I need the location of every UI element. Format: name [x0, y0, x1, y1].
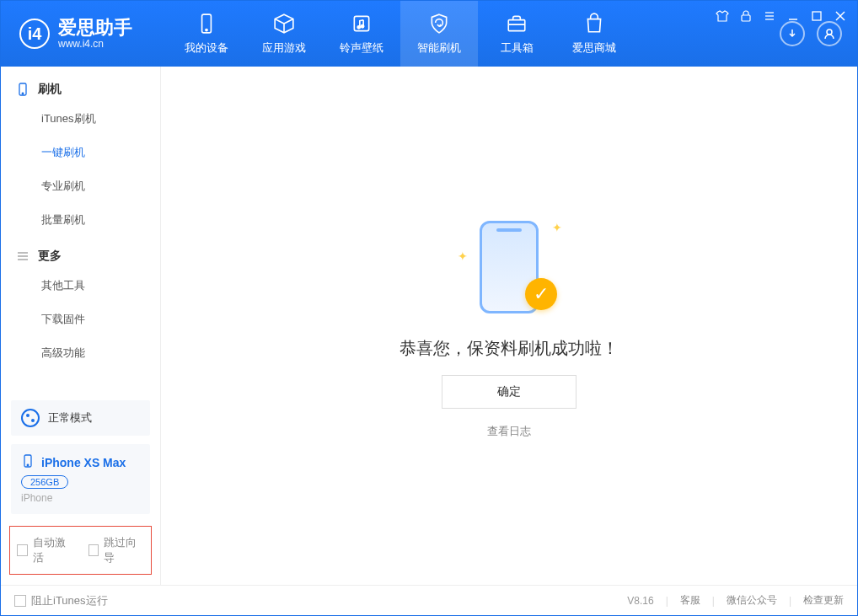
- svg-point-16: [22, 93, 24, 94]
- tshirt-icon[interactable]: [716, 9, 729, 23]
- sidebar-group-flash: 刷机: [16, 82, 145, 97]
- checkbox-label: 阻止iTunes运行: [31, 593, 108, 608]
- sidebar-item-download-firmware[interactable]: 下载固件: [16, 303, 145, 336]
- tab-label: 工具箱: [501, 40, 534, 56]
- tab-store[interactable]: 爱思商城: [555, 1, 633, 67]
- app-name: 爱思助手: [58, 18, 132, 38]
- minimize-icon[interactable]: [786, 9, 800, 23]
- cube-icon: [272, 12, 296, 35]
- wechat-link[interactable]: 微信公众号: [727, 593, 777, 608]
- device-name: iPhone XS Max: [41, 456, 126, 469]
- logo-icon: i4: [19, 19, 50, 49]
- sidebar-item-pro-flash[interactable]: 专业刷机: [16, 169, 145, 203]
- sidebar-group-more: 更多: [16, 249, 145, 264]
- svg-point-9: [206, 29, 207, 31]
- svg-rect-13: [508, 20, 525, 31]
- customer-service-link[interactable]: 客服: [680, 593, 700, 608]
- checkbox-skip-guide[interactable]: 跳过向导: [88, 535, 145, 565]
- tab-toolbox[interactable]: 工具箱: [478, 1, 555, 67]
- checkbox-label: 自动激活: [33, 535, 73, 565]
- app-window: i4 爱思助手 www.i4.cn 我的设备 应用游戏 铃声壁纸 智能刷机: [0, 0, 858, 616]
- download-button[interactable]: [780, 21, 805, 46]
- svg-rect-5: [812, 12, 821, 20]
- app-url: www.i4.cn: [58, 38, 132, 50]
- close-icon[interactable]: [834, 9, 847, 23]
- mode-label: 正常模式: [48, 410, 92, 426]
- tab-label: 铃声壁纸: [340, 40, 383, 56]
- sidebar-item-itunes-flash[interactable]: iTunes刷机: [16, 102, 145, 136]
- list-icon: [16, 249, 29, 263]
- user-button[interactable]: [817, 21, 842, 46]
- svg-point-12: [361, 25, 363, 28]
- device-card[interactable]: iPhone XS Max 256GB iPhone: [11, 444, 150, 514]
- toolbox-icon: [505, 12, 528, 35]
- mode-icon: [21, 409, 40, 427]
- view-log-link[interactable]: 查看日志: [487, 424, 531, 439]
- svg-point-14: [827, 29, 832, 35]
- sidebar-item-one-click-flash[interactable]: 一键刷机: [16, 136, 145, 169]
- bag-icon: [582, 12, 606, 35]
- main-content: ✓ ✦ ✦ 恭喜您，保资料刷机成功啦！ 确定 查看日志: [161, 67, 857, 585]
- refresh-shield-icon: [427, 12, 451, 35]
- checkbox-label: 跳过向导: [104, 535, 144, 565]
- svg-point-11: [357, 26, 360, 29]
- svg-point-21: [31, 419, 35, 422]
- tab-label: 我的设备: [185, 40, 228, 56]
- tab-label: 应用游戏: [262, 40, 306, 56]
- check-update-link[interactable]: 检查更新: [803, 593, 844, 608]
- checkbox-block-itunes[interactable]: 阻止iTunes运行: [14, 593, 108, 608]
- checkbox-auto-activate[interactable]: 自动激活: [17, 535, 73, 565]
- music-icon: [350, 12, 373, 35]
- device-type: iPhone: [21, 492, 140, 504]
- version-label: V8.16: [627, 595, 653, 607]
- status-bar: 阻止iTunes运行 V8.16 | 客服 | 微信公众号 | 检查更新: [1, 585, 857, 615]
- device-icon: [195, 12, 218, 35]
- app-logo: i4 爱思助手 www.i4.cn: [1, 18, 151, 50]
- tab-label: 智能刷机: [417, 40, 461, 56]
- svg-rect-0: [742, 15, 750, 21]
- maximize-icon[interactable]: [810, 9, 823, 23]
- tab-apps[interactable]: 应用游戏: [245, 1, 323, 67]
- svg-point-23: [27, 464, 29, 466]
- success-message: 恭喜您，保资料刷机成功啦！: [400, 337, 619, 360]
- success-illustration: ✓ ✦ ✦: [454, 212, 564, 322]
- device-storage-badge: 256GB: [21, 475, 68, 489]
- phone-outline-icon: [16, 83, 29, 96]
- mode-card[interactable]: 正常模式: [11, 400, 150, 436]
- sidebar-item-batch-flash[interactable]: 批量刷机: [16, 203, 145, 237]
- tab-ringtones[interactable]: 铃声壁纸: [323, 1, 400, 67]
- options-highlighted-row: 自动激活 跳过向导: [9, 526, 152, 575]
- tab-label: 爱思商城: [572, 40, 616, 56]
- sidebar: 刷机 iTunes刷机 一键刷机 专业刷机 批量刷机 更多 其他工具 下载固件 …: [1, 67, 161, 585]
- window-controls: [716, 9, 847, 23]
- menu-icon[interactable]: [763, 9, 776, 23]
- sidebar-item-other-tools[interactable]: 其他工具: [16, 269, 145, 303]
- sidebar-item-advanced[interactable]: 高级功能: [16, 336, 145, 370]
- main-tabs: 我的设备 应用游戏 铃声壁纸 智能刷机 工具箱 爱思商城: [168, 1, 633, 67]
- checkmark-icon: ✓: [525, 278, 557, 310]
- ok-button[interactable]: 确定: [442, 375, 576, 409]
- lock-icon[interactable]: [739, 9, 753, 23]
- svg-rect-10: [354, 16, 368, 30]
- tab-flash[interactable]: 智能刷机: [400, 1, 478, 67]
- sidebar-group-title: 刷机: [38, 82, 62, 97]
- tab-my-device[interactable]: 我的设备: [168, 1, 245, 67]
- device-phone-icon: [21, 454, 35, 470]
- svg-point-20: [26, 414, 29, 417]
- sidebar-group-title: 更多: [38, 249, 62, 264]
